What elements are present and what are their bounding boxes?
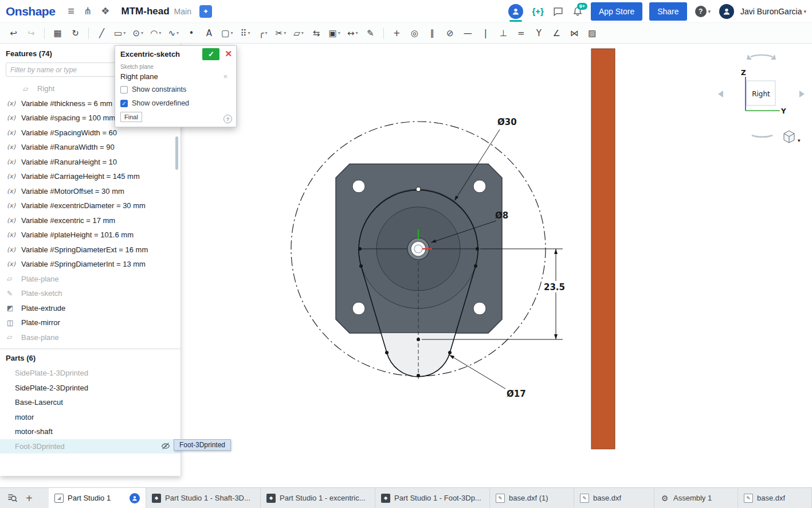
spline-tool-button[interactable]: ∿▾ <box>166 25 181 41</box>
coincident-constraint-button[interactable]: + <box>389 25 405 41</box>
manage-tabs-icon[interactable] <box>7 493 18 503</box>
notifications-icon[interactable]: 9+ <box>572 6 583 17</box>
mirror-tool-button[interactable]: ⇆ <box>309 25 324 41</box>
workspace-name[interactable]: Main <box>174 7 191 16</box>
measure-button[interactable]: ↔▾ <box>345 25 360 41</box>
symmetric-constraint-button[interactable]: ⋈ <box>567 25 582 41</box>
part-item[interactable]: motor-shaft <box>0 424 181 439</box>
feature-item-variable[interactable]: (x)Variable #excentricDiameter = 30 mm <box>0 198 181 213</box>
feature-item-variable[interactable]: (x)Variable #RanuraHeight = 10 <box>0 155 181 170</box>
feature-item-variable[interactable]: (x)Variable #MotorOffset = 30 mm <box>0 184 181 199</box>
view-cube-face-label[interactable]: Right <box>752 90 770 98</box>
view-cube[interactable]: Right Z Y <box>718 54 805 137</box>
rotate-right-arrow-icon[interactable] <box>799 91 805 97</box>
crosshatch-button[interactable]: ▨ <box>585 25 600 41</box>
rollback-button[interactable]: ↻ <box>68 25 83 41</box>
panel-scrollbar[interactable] <box>175 136 178 170</box>
horizontal-constraint-button[interactable]: — <box>460 25 476 41</box>
tab-assembly-1[interactable]: ⚙ Assembly 1 <box>654 488 738 508</box>
tab-base-dxf-2[interactable]: ✎ base.dxf <box>574 488 654 508</box>
feature-item-plate-plane[interactable]: ▱Plate-plane <box>0 272 181 287</box>
feature-item-variable[interactable]: (x)Variable #SpacingWidth = 60 <box>0 126 181 140</box>
tab-part-studio-foot[interactable]: ◆ Part Studio 1 - Foot-3Dp... <box>375 488 490 508</box>
cancel-icon[interactable]: ✕ <box>225 49 232 59</box>
remove-selection-icon[interactable]: × <box>223 72 227 81</box>
mount-hole[interactable] <box>473 302 486 315</box>
app-store-button[interactable]: App Store <box>591 2 642 21</box>
dim-dia8-label[interactable]: Ø8 <box>495 210 508 221</box>
featurescript-icon[interactable]: {+} <box>532 6 543 16</box>
rotate-left-arrow-icon[interactable] <box>718 91 723 97</box>
final-button[interactable]: Final <box>120 112 142 122</box>
side-plate-edge[interactable] <box>591 49 615 449</box>
rotate-down-arrow-icon[interactable] <box>752 135 772 137</box>
feature-item-plate-mirror[interactable]: ◫Plate-mirror <box>0 315 181 330</box>
feature-item-variable[interactable]: (x)Variable #plateHeight = 101.6 mm <box>0 228 181 243</box>
tab-base-dxf-3[interactable]: ✎ base.dxf <box>738 488 812 508</box>
feature-item-plate-sketch[interactable]: ✎Plate-sketch <box>0 286 181 301</box>
graphics-canvas[interactable]: Ø30 Ø8 23.5 Ø17 Right Z Y <box>181 44 812 487</box>
tab-part-studio-excentric[interactable]: ◆ Part Studio 1 - excentric... <box>261 488 375 508</box>
hidden-eye-icon[interactable] <box>161 441 170 451</box>
confirm-button[interactable]: ✓ <box>202 48 219 60</box>
feature-item-variable[interactable]: (x)Variable #RanuraWidth = 90 <box>0 140 181 155</box>
insert-image-button[interactable]: ▣▾ <box>327 25 343 41</box>
arc-tool-button[interactable]: ◠▾ <box>148 25 163 41</box>
feature-item-variable[interactable]: (x)Variable #CarriageHeight = 145 mm <box>0 169 181 184</box>
text-tool-button[interactable]: A <box>201 25 217 41</box>
user-name[interactable]: Javi BuronGarcia <box>740 7 802 16</box>
pattern-tool-button[interactable]: ⠿▾ <box>238 25 253 41</box>
comments-icon[interactable] <box>553 6 563 17</box>
document-publication-icon[interactable]: ✦ <box>199 5 212 18</box>
feature-item-variable[interactable]: (x)Variable #SpringDiameterExt = 16 mm <box>0 243 181 257</box>
slot-tool-button[interactable]: ▢▾ <box>219 25 235 41</box>
chevron-down-icon[interactable]: ▾ <box>798 138 801 143</box>
dim-dia17-label[interactable]: Ø17 <box>507 389 526 399</box>
vertical-constraint-button[interactable]: | <box>478 25 493 41</box>
tab-part-studio-shaft[interactable]: ◆ Part Studio 1 - Shaft-3D... <box>146 488 261 508</box>
dim-dia30-label[interactable]: Ø30 <box>497 117 517 127</box>
tab-part-studio-1[interactable]: ◢ Part Studio 1 <box>49 488 146 508</box>
top-quadrant-point[interactable] <box>416 187 421 192</box>
trim-tool-button[interactable]: ✂▾ <box>273 25 289 41</box>
parallel-constraint-button[interactable]: ∥ <box>425 25 440 41</box>
tangent-constraint-button[interactable]: ⊘ <box>442 25 458 41</box>
circle-tool-button[interactable]: ⊙▾ <box>130 25 146 41</box>
offset-tool-button[interactable]: ▱▾ <box>291 25 307 41</box>
follow-mode-icon[interactable]: ❖ <box>101 5 109 17</box>
dim-height-label[interactable]: 23.5 <box>544 282 565 292</box>
collaborator-avatar[interactable] <box>508 4 523 19</box>
onshape-logo[interactable]: Onshape <box>6 5 55 18</box>
part-item[interactable]: SidePlate-2-3Dprinted <box>0 381 181 396</box>
hamburger-menu-icon[interactable]: ≡ <box>68 5 74 18</box>
insert-dxf-button[interactable]: ▦ <box>50 25 65 41</box>
add-tab-icon[interactable]: + <box>26 493 33 504</box>
redo-button[interactable]: ↪ <box>23 25 39 41</box>
mount-hole[interactable] <box>473 180 486 193</box>
dialog-header[interactable]: Excentric-sketch ✓ ✕ <box>115 46 236 62</box>
feature-item-base-plane[interactable]: ▱Base-plane <box>0 330 181 345</box>
dialog-help-icon[interactable]: ? <box>223 115 232 123</box>
perpendicular-constraint-button[interactable]: ⊥ <box>496 25 511 41</box>
line-tool-button[interactable]: ╱ <box>94 25 109 41</box>
part-item-foot-3dprinted[interactable]: Foot-3Dprinted <box>0 439 181 454</box>
versions-icon[interactable]: ⋔ <box>84 5 92 17</box>
midpoint-constraint-button[interactable]: Y <box>531 25 547 41</box>
feature-item-plate-extrude[interactable]: ◩Plate-extrude <box>0 301 181 316</box>
mount-hole[interactable] <box>352 302 365 315</box>
sketch-plane-field[interactable]: Right plane × <box>120 70 231 83</box>
share-button[interactable]: Share <box>649 2 687 21</box>
help-menu[interactable]: ? ▾ <box>695 6 711 17</box>
show-overdefined-checkbox[interactable]: ✓ Show overdefined <box>120 96 231 110</box>
point-tool-button[interactable]: • <box>183 25 199 41</box>
show-constraints-checkbox[interactable]: Show constraints <box>120 83 231 96</box>
tab-base-dxf-1[interactable]: ✎ base.dxf (1) <box>490 488 574 508</box>
user-avatar[interactable] <box>719 4 734 19</box>
normal-constraint-button[interactable]: ∠ <box>549 25 564 41</box>
feature-item-variable[interactable]: (x)Variable #excentric = 17 mm <box>0 213 181 228</box>
part-item[interactable]: SidePlate-1-3Dprinted <box>0 366 181 381</box>
feature-item-variable[interactable]: (x)Variable #SpringDiameterInt = 13 mm <box>0 257 181 272</box>
concentric-constraint-button[interactable]: ◎ <box>407 25 422 41</box>
part-item[interactable]: motor <box>0 410 181 425</box>
fillet-tool-button[interactable]: ╭▾ <box>256 25 271 41</box>
